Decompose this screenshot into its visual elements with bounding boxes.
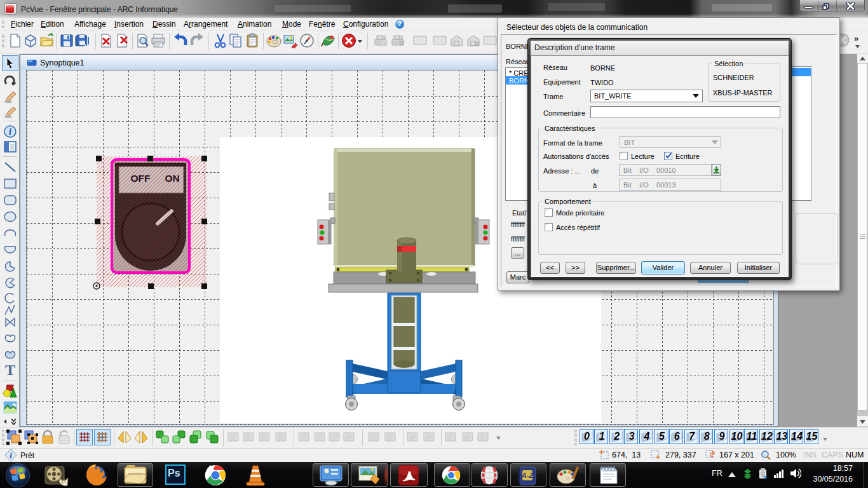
svg-text:A-Z: A-Z — [521, 471, 534, 479]
svg-text:i: i — [9, 127, 11, 137]
svg-text:T: T — [5, 363, 15, 377]
svg-text:i: i — [10, 451, 12, 460]
